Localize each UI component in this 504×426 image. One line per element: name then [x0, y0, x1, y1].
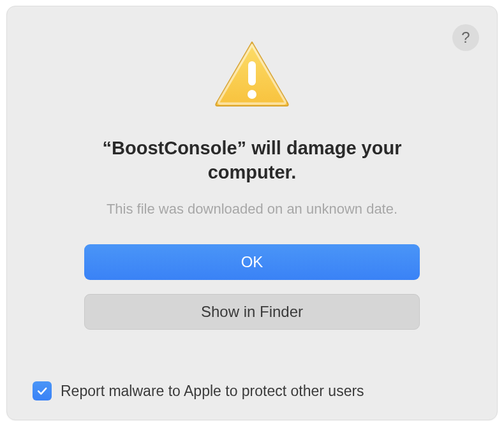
- warning-icon: [212, 38, 292, 112]
- report-malware-label: Report malware to Apple to protect other…: [61, 383, 364, 400]
- help-icon: ?: [461, 29, 470, 47]
- dialog-subtitle: This file was downloaded on an unknown d…: [107, 201, 397, 217]
- report-malware-checkbox[interactable]: [33, 381, 52, 400]
- checkmark-icon: [36, 385, 48, 397]
- show-in-finder-button[interactable]: Show in Finder: [84, 294, 420, 330]
- show-in-finder-label: Show in Finder: [201, 303, 303, 321]
- ok-button[interactable]: OK: [84, 244, 420, 280]
- help-button[interactable]: ?: [452, 24, 479, 51]
- malware-warning-dialog: ? “BoostConsole” will damage your comput…: [6, 6, 498, 420]
- report-malware-row: Report malware to Apple to protect other…: [33, 381, 364, 400]
- dialog-title: “BoostConsole” will damage your computer…: [73, 136, 431, 184]
- svg-point-1: [248, 90, 256, 99]
- ok-button-label: OK: [241, 253, 263, 271]
- svg-rect-0: [248, 61, 256, 85]
